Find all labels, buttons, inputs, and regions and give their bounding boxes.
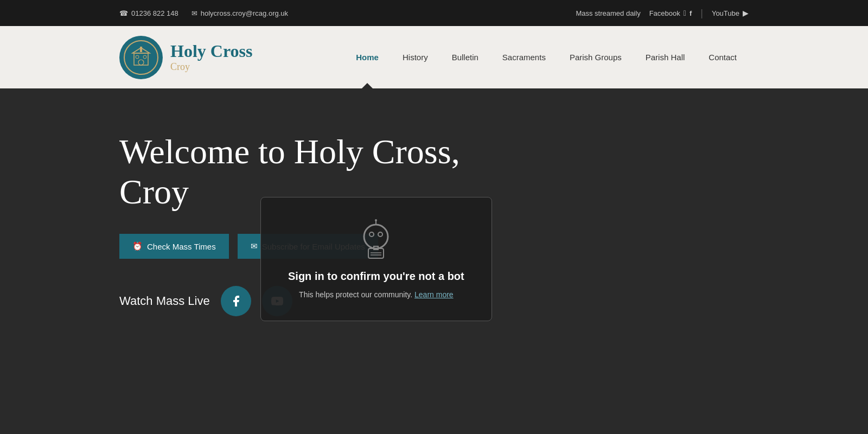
phone-link[interactable]: ☎ 01236 822 148 (119, 9, 178, 17)
clock-icon: ⏰ (132, 241, 143, 251)
logo-circle (119, 36, 163, 79)
bot-overlay-title: Sign in to confirm you're not a bot (288, 270, 464, 283)
phone-icon: ☎ (119, 9, 128, 17)
top-bar-left: ☎ 01236 822 148 ✉ holycross.croy@rcag.or… (119, 9, 288, 17)
youtube-link[interactable]: YouTube ▶ (712, 9, 749, 17)
logo-title: Holy Cross (170, 42, 252, 61)
bot-overlay-text: This helps protect our community. Learn … (299, 290, 454, 299)
email-address: holycross.croy@rcag.org.uk (201, 9, 288, 17)
bot-verification-overlay: Sign in to confirm you're not a bot This… (260, 197, 492, 321)
nav-item-parish-groups[interactable]: Parish Groups (558, 26, 634, 88)
nav-item-sacraments[interactable]: Sacraments (490, 26, 558, 88)
svg-rect-4 (143, 55, 146, 59)
youtube-label: YouTube (712, 9, 739, 17)
logo-text-area: Holy Cross Croy (170, 42, 252, 72)
nav-item-parish-hall[interactable]: Parish Hall (634, 26, 697, 88)
top-bar: ☎ 01236 822 148 ✉ holycross.croy@rcag.or… (0, 0, 868, 26)
mass-streamed-text: Mass streamed daily (576, 9, 640, 17)
svg-point-9 (378, 232, 382, 237)
email-icon: ✉ (192, 9, 197, 17)
logo-subtitle: Croy (170, 61, 252, 73)
watch-mass-label: Watch Mass Live (119, 294, 210, 308)
facebook-link[interactable]: Facebook  f (649, 9, 692, 17)
facebook-social-button[interactable] (221, 286, 251, 316)
nav-item-history[interactable]: History (391, 26, 440, 88)
email-link[interactable]: ✉ holycross.croy@rcag.org.uk (192, 9, 288, 17)
nav-item-home[interactable]: Home (344, 26, 391, 88)
youtube-icon: ▶ (743, 9, 749, 17)
nav-item-contact[interactable]: Contact (697, 26, 749, 88)
facebook-icon (229, 295, 242, 308)
svg-point-11 (375, 219, 377, 221)
phone-number: 01236 822 148 (131, 9, 178, 17)
facebook-label: Facebook (649, 9, 680, 17)
main-nav: Home History Bulletin Sacraments Parish … (344, 26, 749, 88)
logo-link[interactable]: Holy Cross Croy (119, 36, 252, 79)
svg-rect-2 (138, 60, 144, 65)
divider: | (700, 8, 703, 19)
navbar: Holy Cross Croy Home History Bulletin Sa… (0, 26, 868, 88)
svg-rect-3 (136, 55, 139, 59)
top-bar-right: Mass streamed daily Facebook  f | YouTu… (576, 8, 749, 19)
facebook-icon:  (684, 9, 686, 17)
nav-item-bulletin[interactable]: Bulletin (440, 26, 490, 88)
hero-section: Welcome to Holy Cross, Croy ⏰ Check Mass… (0, 88, 868, 381)
svg-point-7 (364, 225, 388, 248)
watch-mass-section: Watch Mass Live (119, 286, 868, 316)
facebook-f-icon: f (690, 9, 692, 17)
svg-point-8 (369, 232, 374, 237)
envelope-icon: ✉ (251, 241, 258, 251)
bot-icon (354, 219, 398, 263)
hero-buttons: ⏰ Check Mass Times ✉ Subscribe for Email… (119, 234, 868, 259)
learn-more-link[interactable]: Learn more (414, 290, 454, 299)
check-mass-times-button[interactable]: ⏰ Check Mass Times (119, 234, 229, 259)
svg-rect-1 (134, 53, 148, 65)
logo-inner (124, 40, 158, 75)
church-logo-svg (131, 46, 151, 69)
